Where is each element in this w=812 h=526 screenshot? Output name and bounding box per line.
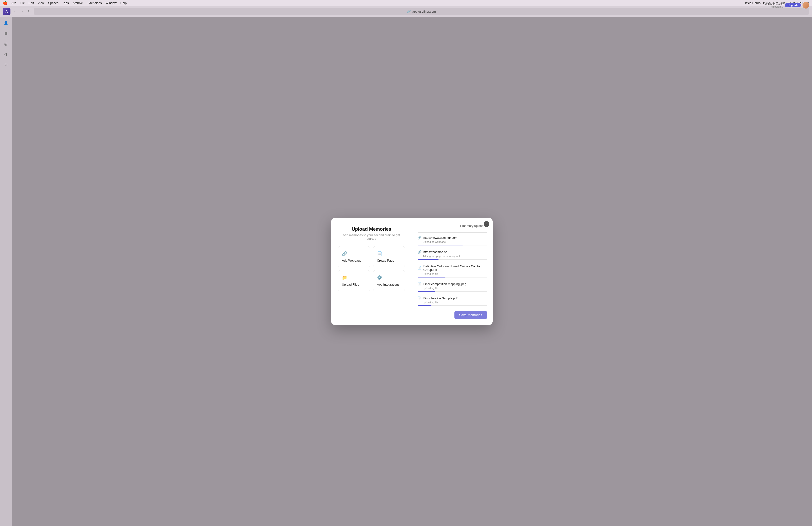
main-content: Upload Memories Add memories to your sec… [12,17,812,526]
upload-item-3-icon: 📄 [418,266,421,270]
upload-item-5-name: Findr Invoice Sample.pdf [423,297,458,300]
address-bar[interactable]: 🔗 app.usefindr.com [34,8,809,15]
upload-item-3-progress-fill [418,277,446,278]
user-email: sinoplu@... [771,6,783,8]
app-integrations-label: App Integrations [377,283,400,286]
browser-toolbar: A ‹ › ↻ 🔗 app.usefindr.com Mehmet Sinopl… [0,6,812,17]
upgrade-button[interactable]: Upgrade [785,6,801,8]
back-button[interactable]: ‹ [12,9,17,14]
user-area: Mehmet Sinoplu sinoplu@... Upgrade [765,6,812,11]
arc-logo: A [3,8,11,15]
sidebar-icon-grid[interactable]: ⊞ [3,30,9,37]
upload-item-3-name: Definitive Outbound Email Guide - Cogito… [423,265,487,272]
upload-item-4: 📄 Findr competition mapping.jpeg Uploadi… [418,282,487,292]
upload-item-1-progress-track [418,245,487,245]
browser-content: 👤 ⊞ ◎ ◑ ⊕ Upload Memories Add memories t… [0,17,812,526]
upload-item-4-status: Uploading file [423,287,487,289]
upload-item-5-icon: 📄 [418,297,421,300]
create-page-label: Create Page [377,259,394,262]
modal-title: Upload Memories [352,226,391,232]
menu-archive[interactable]: Archive [73,1,83,5]
upload-item-3-status: Uploading file [423,272,487,275]
menu-help[interactable]: Help [120,1,127,5]
upload-item-1-status: Uploading webpage [423,240,487,243]
avatar [802,6,809,9]
upload-item-2-progress-fill [418,259,438,260]
upload-files-label: Upload Files [342,283,359,286]
add-webpage-label: Add Webpage [342,259,361,262]
modal-left-panel: Upload Memories Add memories to your sec… [331,218,412,325]
upload-item-3-progress-track [418,277,487,278]
sidebar-icon-circle[interactable]: ◎ [3,40,9,47]
upload-item-5-progress-fill [418,305,431,306]
forward-button[interactable]: › [19,9,25,14]
app-integrations-icon: ⚙️ [377,275,382,280]
upload-item-4-name: Findr competition mapping.jpeg [423,282,466,286]
upload-item-1-progress-fill [418,245,463,245]
upload-item-2-icon: 🔗 [418,250,421,254]
upload-item-4-progress-fill [418,291,435,292]
menu-file[interactable]: File [20,1,25,5]
upload-memories-modal: Upload Memories Add memories to your sec… [331,218,493,325]
upload-item-2: 🔗 https://cosmos.so Adding webpage to me… [418,250,487,260]
upload-item-4-progress-track [418,291,487,292]
add-webpage-icon: 🔗 [342,251,347,256]
menu-view[interactable]: View [38,1,44,5]
upload-files-card[interactable]: 📁 Upload Files [338,270,370,291]
menu-tabs[interactable]: Tabs [62,1,69,5]
upload-item-1-icon: 🔗 [418,236,421,240]
upload-item-2-status: Adding webpage to memory wall [423,255,487,257]
menu-edit[interactable]: Edit [29,1,34,5]
menu-extensions[interactable]: Extensions [87,1,102,5]
url-text: app.usefindr.com [412,10,436,13]
add-webpage-card[interactable]: 🔗 Add Webpage [338,246,370,267]
upload-files-icon: 📁 [342,275,347,280]
upload-item-5: 📄 Findr Invoice Sample.pdf Uploading fil… [418,297,487,307]
upload-item-1-name: https://www.usefindr.com [423,236,458,240]
modal-subtitle: Add memories to your second brain to get… [338,233,405,240]
create-page-card[interactable]: 📄 Create Page [373,246,405,267]
menubar: 🍎 Arc File Edit View Spaces Tabs Archive… [0,0,812,6]
url-icon: 🔗 [407,10,411,13]
menu-spaces[interactable]: Spaces [48,1,58,5]
upload-item-1: 🔗 https://www.usefindr.com Uploading web… [418,236,487,246]
app-integrations-card[interactable]: ⚙️ App Integrations [373,270,405,291]
upload-item-2-progress-track [418,259,487,260]
upload-item-2-name: https://cosmos.so [423,250,447,254]
sidebar: 👤 ⊞ ◎ ◑ ⊕ [0,17,12,526]
refresh-button[interactable]: ↻ [27,9,32,14]
upload-item-4-icon: 📄 [418,282,421,286]
upload-item-5-progress-track [418,305,487,306]
sidebar-icon-plus[interactable]: ⊕ [3,61,9,68]
menu-arc[interactable]: Arc [11,1,16,5]
menu-window[interactable]: Window [106,1,117,5]
action-grid: 🔗 Add Webpage 📄 Create Page 📁 Upload Fil… [338,246,405,291]
apple-menu[interactable]: 🍎 [3,1,8,5]
save-memories-button[interactable]: Save Memories [454,311,487,319]
memories-count: 1 memory uploaded [418,224,487,228]
sidebar-icon-user[interactable]: 👤 [3,19,9,26]
sidebar-icon-half[interactable]: ◑ [3,51,9,57]
create-page-icon: 📄 [377,251,382,256]
modal-right-panel: × 1 memory uploaded 🔗 https://www.usefin… [412,218,493,325]
upload-item-3: 📄 Definitive Outbound Email Guide - Cogi… [418,265,487,278]
upload-item-5-status: Uploading file [423,301,487,304]
close-button[interactable]: × [484,221,489,227]
